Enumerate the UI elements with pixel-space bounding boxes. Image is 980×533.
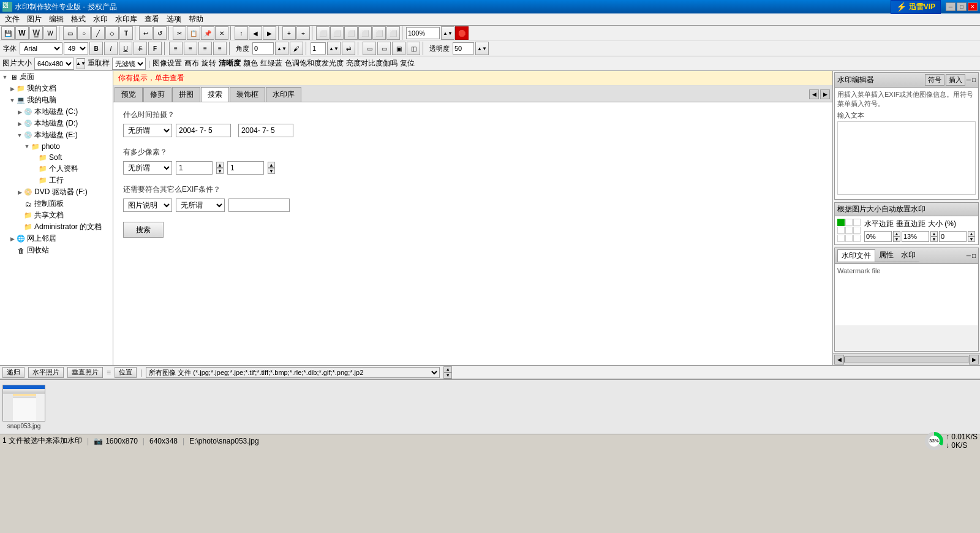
v-margin-input[interactable] <box>902 231 929 242</box>
tb-ellipse[interactable]: ○ <box>77 26 91 40</box>
menu-view[interactable]: 查看 <box>141 13 163 26</box>
wm-watermark-tab[interactable]: 水印 <box>897 249 919 262</box>
pixel-to-up[interactable]: ▲ <box>268 162 275 168</box>
tb-next[interactable]: ▶ <box>263 26 276 40</box>
opt-reset[interactable]: 复位 <box>400 58 415 69</box>
tab-ctrl-left[interactable]: ◀ <box>809 89 819 99</box>
tb-underline[interactable]: U <box>119 42 132 55</box>
tb-sq1[interactable]: ⬜ <box>316 26 330 40</box>
opt-rgb[interactable]: 红绿蓝 <box>260 58 282 69</box>
angle-input[interactable] <box>252 42 274 55</box>
tb-copy[interactable]: 📋 <box>187 26 200 40</box>
grid-cell-1-1[interactable] <box>845 227 853 234</box>
tree-item-photo[interactable]: ▼ 📁 photo <box>0 141 113 152</box>
tb-add[interactable]: + <box>282 26 296 40</box>
grid-cell-1-0[interactable] <box>837 227 845 234</box>
menu-watermark-lib[interactable]: 水印库 <box>111 13 141 26</box>
opt-resample[interactable]: 重取样 <box>88 58 110 69</box>
tb-italic[interactable]: I <box>104 42 118 55</box>
tab-collage[interactable]: 拼图 <box>172 87 200 102</box>
tb-sq4[interactable]: ⬜ <box>358 26 372 40</box>
tb-transparency-arrows[interactable]: ▲▼ <box>475 42 489 55</box>
tb-paste[interactable]: 📌 <box>201 26 214 40</box>
tb-diamond[interactable]: ◇ <box>105 26 119 40</box>
opt-brightness[interactable]: 亮度对比度伽吗 <box>346 58 398 69</box>
menu-watermark[interactable]: 水印 <box>89 13 111 26</box>
tb-sq2[interactable]: ⬜ <box>330 26 344 40</box>
pixel-to-down[interactable]: ▼ <box>268 168 275 174</box>
tb-bold[interactable]: B <box>89 42 103 55</box>
tree-item-control[interactable]: 🗂 控制面板 <box>0 198 113 210</box>
opt-clarity[interactable]: 清晰度 <box>219 58 241 69</box>
tb-save[interactable]: 💾 <box>1 26 15 40</box>
wm-text-input[interactable] <box>837 121 976 195</box>
search-button[interactable]: 搜索 <box>123 222 164 238</box>
tb-multi1[interactable]: ▭ <box>363 42 376 55</box>
file-filter-select[interactable]: 所有图像 文件 (*.jpg;*.jpeg;*.jpe;*.tif;*.tiff… <box>146 367 440 378</box>
maximize-button[interactable]: □ <box>957 2 967 11</box>
tb-sq3[interactable]: ⬜ <box>344 26 358 40</box>
wm-editor-max[interactable]: □ <box>972 77 976 83</box>
scroll-left-btn[interactable]: ◀ <box>834 355 844 365</box>
minimize-button[interactable]: ─ <box>946 2 956 11</box>
tb-w2[interactable]: W̲ <box>29 26 43 40</box>
tb-justify[interactable]: ≡ <box>213 42 227 55</box>
pixel-select[interactable]: 无所谓 小于 大于 <box>123 161 172 175</box>
tb-line-arrows[interactable]: ▲▼ <box>327 42 341 55</box>
pixel-to-input[interactable] <box>227 161 264 175</box>
tree-item-soft[interactable]: 📁 Soft <box>0 152 113 163</box>
tb-up[interactable]: ↑ <box>235 26 248 40</box>
tree-item-shared[interactable]: 📁 共享文档 <box>0 210 113 221</box>
v-margin-down[interactable]: ▼ <box>930 236 938 242</box>
pixel-from-input[interactable] <box>176 161 213 175</box>
grid-cell-0-1[interactable] <box>845 219 853 226</box>
size-select[interactable]: 49 <box>64 42 88 55</box>
tree-item-bank[interactable]: 📁 工行 <box>0 175 113 186</box>
tab-preview[interactable]: 预览 <box>115 87 143 102</box>
grid-cell-2-2[interactable] <box>853 235 861 242</box>
insert-button[interactable]: 插入 <box>946 74 965 86</box>
opt-rotate[interactable]: 旋转 <box>202 58 216 69</box>
size-pct-down[interactable]: ▼ <box>968 236 975 242</box>
size-pct-up[interactable]: ▲ <box>968 231 975 236</box>
size-pct-input[interactable] <box>939 231 967 242</box>
scroll-right-btn[interactable]: ▶ <box>969 355 979 365</box>
transparency-input[interactable] <box>453 42 474 55</box>
grid-cell-0-0[interactable] <box>837 219 845 226</box>
vip-badge[interactable]: ⚡ 迅雷VIP <box>891 0 941 14</box>
close-button[interactable]: ✕ <box>968 2 978 11</box>
tb-strikethrough[interactable]: F̶ <box>134 42 147 55</box>
tb-w3[interactable]: W <box>43 26 57 40</box>
tb-redo[interactable]: ↺ <box>153 26 167 40</box>
tree-item-c[interactable]: ▶ 💿 本地磁盘 (C:) <box>0 106 113 118</box>
date-to-input[interactable] <box>238 124 293 137</box>
line-input[interactable] <box>311 42 326 55</box>
menu-edit[interactable]: 编辑 <box>45 13 67 26</box>
tab-frame[interactable]: 装饰框 <box>230 87 265 102</box>
tree-item-personal[interactable]: 📁 个人资料 <box>0 163 113 175</box>
tb-multi4[interactable]: ◫ <box>407 42 420 55</box>
tb-angle-arrows[interactable]: ▲▼ <box>275 42 288 55</box>
exif-field-select[interactable]: 图片说明 作者 版权 <box>123 198 172 212</box>
filter-up[interactable]: ▲ <box>443 366 452 372</box>
font-select[interactable]: Arial <box>20 42 62 55</box>
date-from-input[interactable] <box>176 124 231 137</box>
when-select[interactable]: 无所谓 今天 昨天 <box>123 124 172 137</box>
tb-multi2[interactable]: ▭ <box>377 42 391 55</box>
zoom-input[interactable] <box>406 27 440 39</box>
tb-undo[interactable]: ↩ <box>139 26 153 40</box>
tb-arrows2[interactable]: ⇄ <box>342 42 355 55</box>
pixel-down[interactable]: ▼ <box>216 168 224 174</box>
horiz-btn[interactable]: 水平照片 <box>28 367 64 378</box>
grid-cell-2-1[interactable] <box>845 235 853 242</box>
wm-file-tab[interactable]: 水印文件 <box>837 249 875 262</box>
tb-paint[interactable]: 🖌 <box>290 42 303 55</box>
tab-ctrl-right[interactable]: ▶ <box>820 89 830 99</box>
v-margin-up[interactable]: ▲ <box>930 231 938 236</box>
tree-item-e[interactable]: ▼ 💿 本地磁盘 (E:) <box>0 129 113 141</box>
tab-search[interactable]: 搜索 <box>201 87 229 102</box>
tb-delete[interactable]: ✕ <box>215 26 228 40</box>
menu-help[interactable]: 帮助 <box>185 13 207 26</box>
tree-item-dvd[interactable]: ▶ 📀 DVD 驱动器 (F:) <box>0 186 113 198</box>
menu-options[interactable]: 选项 <box>163 13 185 26</box>
